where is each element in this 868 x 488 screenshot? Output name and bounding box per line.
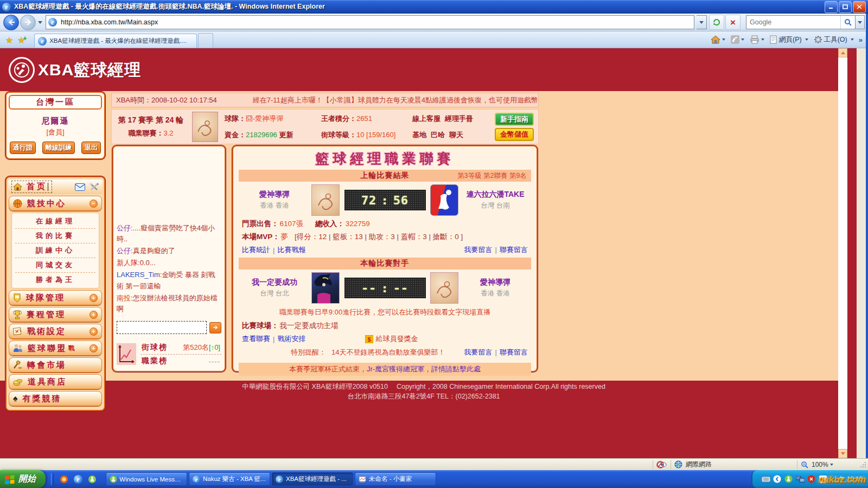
taskbar-window-xba[interactable]: e XBA籃球經理遊戲 - ... — [272, 472, 353, 486]
league-message-link[interactable]: 聯賽留言 — [500, 246, 528, 254]
sidebar-item-my-matches[interactable]: 我的比賽 — [15, 229, 95, 243]
security-alert-tray-icon[interactable] — [807, 474, 816, 484]
hide-icons-chevron[interactable] — [773, 474, 782, 484]
add-favorite-icon[interactable]: ★+ — [17, 35, 27, 45]
expand-icon[interactable]: + — [90, 328, 98, 336]
messenger-quicklaunch-icon[interactable] — [87, 474, 98, 485]
back-button[interactable] — [3, 15, 19, 30]
forward-button[interactable] — [20, 15, 36, 30]
chat-link[interactable]: 聊天 — [449, 131, 463, 139]
next-home-team[interactable]: 我一定要成功 — [242, 278, 307, 287]
zoom-control[interactable]: 100% — [801, 461, 855, 468]
scroll-down-button[interactable] — [838, 449, 847, 458]
home-button[interactable] — [711, 35, 725, 44]
url-field[interactable]: e — [46, 15, 694, 29]
new-tab-stub[interactable] — [198, 33, 213, 48]
refresh-button[interactable] — [709, 15, 724, 30]
base-link[interactable]: 基地 — [412, 131, 426, 139]
sidebar-item-city-friends[interactable]: 同城交友 — [15, 258, 95, 273]
url-input[interactable] — [60, 18, 692, 27]
logout-button[interactable]: 退出 — [81, 142, 101, 154]
street-rank-label[interactable]: 街球榜 — [142, 343, 168, 352]
feeds-button[interactable] — [731, 35, 744, 44]
sidebar-item-home[interactable]: 首页 — [11, 181, 52, 193]
stop-button[interactable]: × — [725, 15, 741, 30]
manager-manual-link[interactable]: 經理手冊 — [445, 114, 473, 123]
next-away-team[interactable]: 愛神導彈 — [463, 278, 528, 287]
search-box[interactable] — [746, 15, 856, 29]
tab-active[interactable]: e XBA籃球經理遊戲 - 最火爆的在線籃球經理遊戲.... — [34, 34, 197, 48]
view-league-link[interactable]: 查看聯賽 — [242, 334, 270, 344]
mvp-name[interactable]: 夢 — [281, 233, 289, 241]
privacy-report-indicator[interactable] — [656, 461, 667, 468]
leave-message-link-2[interactable]: 我要留言 — [464, 348, 493, 356]
league-message-link-2[interactable]: 聯賽留言 — [500, 348, 528, 356]
mail-icon[interactable] — [75, 183, 85, 191]
offline-training-button[interactable]: 離線訓練 — [42, 142, 75, 154]
funds-refresh-link[interactable]: 更新 — [279, 131, 293, 139]
favorites-center-icon[interactable]: ★ — [5, 35, 13, 45]
sidebar-item-team-management[interactable]: 球隊管理 + — [9, 290, 102, 305]
online-service-link[interactable]: 線上客服 — [412, 114, 441, 123]
expand-icon[interactable]: + — [90, 311, 98, 319]
search-input[interactable] — [746, 18, 840, 26]
print-dropdown-icon[interactable] — [761, 38, 764, 41]
keyboard-tray-icon[interactable] — [761, 474, 770, 484]
sidebar-item-schedule-management[interactable]: 賽程管理 + — [9, 307, 102, 322]
ie-quicklaunch-icon[interactable]: e — [73, 474, 84, 485]
security-zone-indicator[interactable]: 網際網路 — [674, 460, 794, 469]
pro-rank-label[interactable]: 職業榜 — [142, 356, 168, 366]
taskbar-window-paint[interactable]: 未命名 - 小畫家 — [355, 472, 436, 486]
minimize-button[interactable] — [825, 1, 838, 13]
toolbar-handle[interactable] — [51, 473, 54, 485]
home-dropdown-icon[interactable] — [722, 38, 725, 41]
close-button[interactable] — [853, 1, 866, 13]
messenger-tray-icon[interactable] — [784, 474, 793, 484]
search-dropdown-button[interactable] — [856, 15, 865, 29]
sidebar-item-compete-center[interactable]: 競技中心 − — [9, 196, 102, 211]
zoom-dropdown-icon[interactable] — [830, 464, 833, 466]
page-menu-button[interactable]: 網頁(P) — [770, 35, 808, 44]
expand-icon[interactable]: + — [90, 294, 98, 302]
sidebar-item-tactics-settings[interactable]: 戰術設定 + — [9, 324, 102, 339]
page-scrollbar[interactable] — [838, 48, 847, 458]
history-dropdown-icon[interactable] — [38, 21, 42, 24]
champion-detail-link[interactable]: Jr-魔宮獲得總冠軍，詳情請點擊此處 — [367, 364, 481, 374]
prev-away-team[interactable]: 連六拉六潘TAKE — [463, 190, 528, 200]
baha-link[interactable]: 巴哈 — [431, 131, 445, 139]
prev-home-team[interactable]: 愛神導彈 — [242, 190, 307, 200]
gold-topup-button[interactable]: 金幣儲值 — [495, 128, 534, 141]
scroll-up-button[interactable] — [838, 48, 847, 57]
passport-button[interactable]: 通行證 — [10, 142, 36, 154]
manager-avatar[interactable] — [192, 112, 218, 142]
start-button[interactable]: 開始 — [0, 470, 46, 488]
feeds-dropdown-icon[interactable] — [741, 38, 744, 41]
media-player-icon[interactable] — [59, 474, 69, 485]
expand-icon[interactable]: + — [90, 344, 98, 352]
url-dropdown-button[interactable] — [697, 15, 707, 29]
match-report-link[interactable]: 比賽戰報 — [277, 245, 305, 255]
maximize-button[interactable] — [839, 1, 852, 13]
site-logo[interactable]: XBA籃球經理 — [9, 57, 141, 83]
player-bonus-link[interactable]: 給球員發獎金 — [375, 334, 418, 344]
taskbar-window-nakuz[interactable]: e Nakuz 樂古 - XBA 籃... — [189, 472, 270, 486]
print-button[interactable] — [750, 35, 764, 44]
sidebar-item-online-manager[interactable]: 在線經理 — [15, 214, 95, 229]
tools-icon[interactable] — [90, 183, 99, 191]
sidebar-item-training-center[interactable]: 訓練中心 — [15, 243, 95, 258]
taskbar-window-messenger[interactable]: Windows Live Messen... — [106, 472, 187, 486]
chat-input[interactable] — [117, 321, 207, 334]
sidebar-item-basketball-league[interactable]: 籃球聯盟 戰 + — [9, 341, 102, 356]
sidebar-item-transfer-market[interactable]: 轉會市場 — [9, 357, 102, 373]
sidebar-item-winner-king[interactable]: 勝者為王 — [15, 273, 95, 287]
resize-grip[interactable] — [859, 461, 867, 468]
leave-message-link[interactable]: 我要留言 — [464, 246, 493, 254]
search-button[interactable] — [840, 16, 855, 29]
network-tray-icon[interactable] — [795, 474, 805, 484]
tactics-arrange-link[interactable]: 戰術安排 — [277, 334, 305, 344]
collapse-icon[interactable]: − — [90, 200, 98, 208]
more-tools-chevron[interactable]: » — [859, 36, 863, 44]
match-stats-link[interactable]: 比賽統計 — [242, 245, 270, 255]
newbie-guide-button[interactable]: 新手指南 — [495, 113, 534, 126]
chat-send-button[interactable] — [209, 322, 221, 333]
